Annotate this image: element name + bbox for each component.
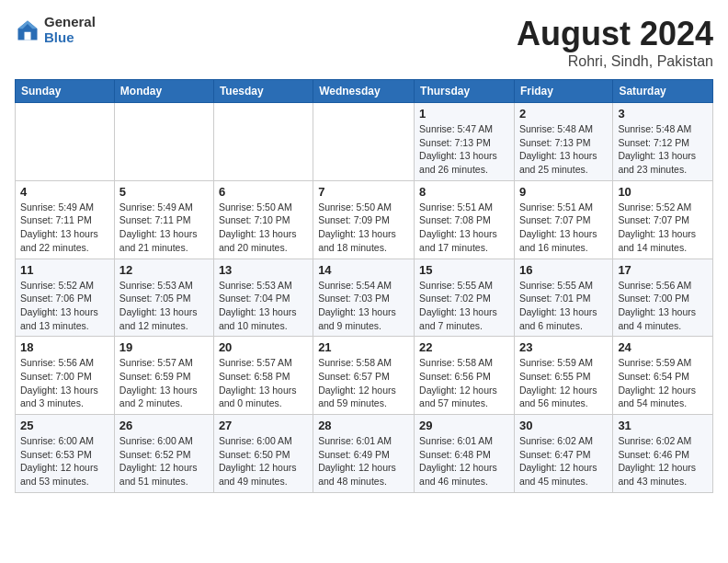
header-friday: Friday (514, 80, 612, 103)
calendar-cell: 19Sunrise: 5:57 AMSunset: 6:59 PMDayligh… (114, 337, 213, 415)
day-number: 18 (20, 340, 109, 354)
day-number: 21 (318, 340, 409, 354)
title-block: August 2024 Rohri, Sindh, Pakistan (517, 15, 713, 70)
day-number: 13 (219, 263, 308, 277)
calendar-cell: 26Sunrise: 6:00 AMSunset: 6:52 PMDayligh… (114, 415, 213, 493)
day-number: 26 (119, 419, 209, 432)
day-info: Sunrise: 6:02 AMSunset: 6:46 PMDaylight:… (618, 434, 708, 488)
calendar-cell (313, 103, 415, 181)
day-number: 22 (419, 340, 509, 354)
calendar-cell: 28Sunrise: 6:01 AMSunset: 6:49 PMDayligh… (313, 415, 415, 493)
day-info: Sunrise: 5:50 AMSunset: 7:10 PMDaylight:… (219, 201, 308, 255)
calendar-cell: 24Sunrise: 5:59 AMSunset: 6:54 PMDayligh… (613, 337, 713, 415)
day-info: Sunrise: 6:00 AMSunset: 6:53 PMDaylight:… (20, 434, 109, 488)
day-number: 17 (618, 263, 708, 277)
day-number: 4 (20, 185, 109, 199)
day-number: 10 (618, 185, 708, 199)
calendar-cell (213, 103, 313, 181)
day-number: 15 (419, 263, 509, 277)
logo-text: General Blue (44, 15, 96, 45)
day-info: Sunrise: 5:58 AMSunset: 6:56 PMDaylight:… (419, 356, 509, 410)
calendar-cell: 25Sunrise: 6:00 AMSunset: 6:53 PMDayligh… (16, 415, 115, 493)
calendar-cell: 2Sunrise: 5:48 AMSunset: 7:13 PMDaylight… (514, 103, 612, 181)
day-info: Sunrise: 5:57 AMSunset: 6:58 PMDaylight:… (219, 356, 308, 410)
day-info: Sunrise: 6:01 AMSunset: 6:49 PMDaylight:… (318, 434, 409, 488)
day-number: 7 (318, 185, 409, 199)
calendar-cell: 1Sunrise: 5:47 AMSunset: 7:13 PMDaylight… (415, 103, 515, 181)
svg-rect-2 (25, 31, 31, 40)
calendar-cell: 30Sunrise: 6:02 AMSunset: 6:47 PMDayligh… (514, 415, 612, 493)
day-info: Sunrise: 5:59 AMSunset: 6:55 PMDaylight:… (519, 356, 608, 410)
day-info: Sunrise: 5:48 AMSunset: 7:12 PMDaylight:… (618, 122, 708, 177)
week-row-0: 1Sunrise: 5:47 AMSunset: 7:13 PMDaylight… (16, 103, 713, 181)
day-info: Sunrise: 5:53 AMSunset: 7:04 PMDaylight:… (219, 279, 308, 333)
day-info: Sunrise: 6:02 AMSunset: 6:47 PMDaylight:… (519, 434, 608, 488)
calendar-location: Rohri, Sindh, Pakistan (517, 53, 713, 70)
week-row-4: 25Sunrise: 6:00 AMSunset: 6:53 PMDayligh… (16, 415, 713, 493)
logo: General Blue (15, 15, 96, 45)
logo-icon (15, 17, 40, 43)
day-info: Sunrise: 5:52 AMSunset: 7:07 PMDaylight:… (618, 201, 708, 255)
day-number: 1 (419, 107, 509, 121)
calendar-body: 1Sunrise: 5:47 AMSunset: 7:13 PMDaylight… (16, 103, 713, 493)
calendar-cell: 23Sunrise: 5:59 AMSunset: 6:55 PMDayligh… (514, 337, 612, 415)
logo-blue-text: Blue (44, 30, 96, 46)
day-info: Sunrise: 5:51 AMSunset: 7:07 PMDaylight:… (519, 201, 608, 255)
calendar-cell: 16Sunrise: 5:55 AMSunset: 7:01 PMDayligh… (514, 259, 612, 337)
day-number: 16 (519, 263, 608, 277)
day-number: 14 (318, 263, 409, 277)
header-thursday: Thursday (415, 80, 515, 103)
header-monday: Monday (114, 80, 213, 103)
day-number: 6 (219, 185, 308, 199)
calendar-title: August 2024 (517, 15, 713, 53)
calendar-cell (114, 103, 213, 181)
day-info: Sunrise: 5:50 AMSunset: 7:09 PMDaylight:… (318, 201, 409, 255)
day-info: Sunrise: 5:59 AMSunset: 6:54 PMDaylight:… (618, 356, 708, 410)
calendar-cell: 18Sunrise: 5:56 AMSunset: 7:00 PMDayligh… (16, 337, 115, 415)
day-number: 28 (318, 419, 409, 432)
calendar-cell: 15Sunrise: 5:55 AMSunset: 7:02 PMDayligh… (415, 259, 515, 337)
calendar-cell: 14Sunrise: 5:54 AMSunset: 7:03 PMDayligh… (313, 259, 415, 337)
day-info: Sunrise: 6:00 AMSunset: 6:50 PMDaylight:… (219, 434, 308, 488)
calendar-cell: 9Sunrise: 5:51 AMSunset: 7:07 PMDaylight… (514, 180, 612, 259)
calendar-cell: 4Sunrise: 5:49 AMSunset: 7:11 PMDaylight… (16, 180, 115, 259)
day-info: Sunrise: 5:55 AMSunset: 7:01 PMDaylight:… (519, 279, 608, 333)
day-info: Sunrise: 5:52 AMSunset: 7:06 PMDaylight:… (20, 279, 109, 333)
calendar-header: SundayMondayTuesdayWednesdayThursdayFrid… (16, 80, 713, 103)
day-number: 23 (519, 340, 608, 354)
day-info: Sunrise: 5:56 AMSunset: 7:00 PMDaylight:… (618, 279, 708, 333)
day-number: 24 (618, 340, 708, 354)
day-number: 30 (519, 419, 608, 432)
day-number: 11 (20, 263, 109, 277)
calendar-cell: 29Sunrise: 6:01 AMSunset: 6:48 PMDayligh… (415, 415, 515, 493)
day-info: Sunrise: 5:56 AMSunset: 7:00 PMDaylight:… (20, 356, 109, 410)
calendar-header-row: SundayMondayTuesdayWednesdayThursdayFrid… (16, 80, 713, 103)
calendar-cell: 5Sunrise: 5:49 AMSunset: 7:11 PMDaylight… (114, 180, 213, 259)
day-number: 29 (419, 419, 509, 432)
day-number: 19 (119, 340, 209, 354)
header-wednesday: Wednesday (313, 80, 415, 103)
day-info: Sunrise: 5:53 AMSunset: 7:05 PMDaylight:… (119, 279, 209, 333)
calendar-cell: 12Sunrise: 5:53 AMSunset: 7:05 PMDayligh… (114, 259, 213, 337)
calendar-cell: 7Sunrise: 5:50 AMSunset: 7:09 PMDaylight… (313, 180, 415, 259)
calendar-cell (16, 103, 115, 181)
calendar-cell: 13Sunrise: 5:53 AMSunset: 7:04 PMDayligh… (213, 259, 313, 337)
day-number: 31 (618, 419, 708, 432)
day-number: 20 (219, 340, 308, 354)
day-number: 27 (219, 419, 308, 432)
day-info: Sunrise: 5:49 AMSunset: 7:11 PMDaylight:… (20, 201, 109, 255)
day-number: 5 (119, 185, 209, 199)
calendar-cell: 31Sunrise: 6:02 AMSunset: 6:46 PMDayligh… (613, 415, 713, 493)
calendar-cell: 6Sunrise: 5:50 AMSunset: 7:10 PMDaylight… (213, 180, 313, 259)
day-info: Sunrise: 6:00 AMSunset: 6:52 PMDaylight:… (119, 434, 209, 488)
calendar-cell: 27Sunrise: 6:00 AMSunset: 6:50 PMDayligh… (213, 415, 313, 493)
calendar-cell: 17Sunrise: 5:56 AMSunset: 7:00 PMDayligh… (613, 259, 713, 337)
day-number: 12 (119, 263, 209, 277)
calendar-table: SundayMondayTuesdayWednesdayThursdayFrid… (15, 79, 713, 493)
day-number: 9 (519, 185, 608, 199)
page-header: General Blue August 2024 Rohri, Sindh, P… (15, 15, 713, 70)
day-number: 2 (519, 107, 608, 121)
header-sunday: Sunday (16, 80, 115, 103)
calendar-cell: 11Sunrise: 5:52 AMSunset: 7:06 PMDayligh… (16, 259, 115, 337)
calendar-cell: 3Sunrise: 5:48 AMSunset: 7:12 PMDaylight… (613, 103, 713, 181)
